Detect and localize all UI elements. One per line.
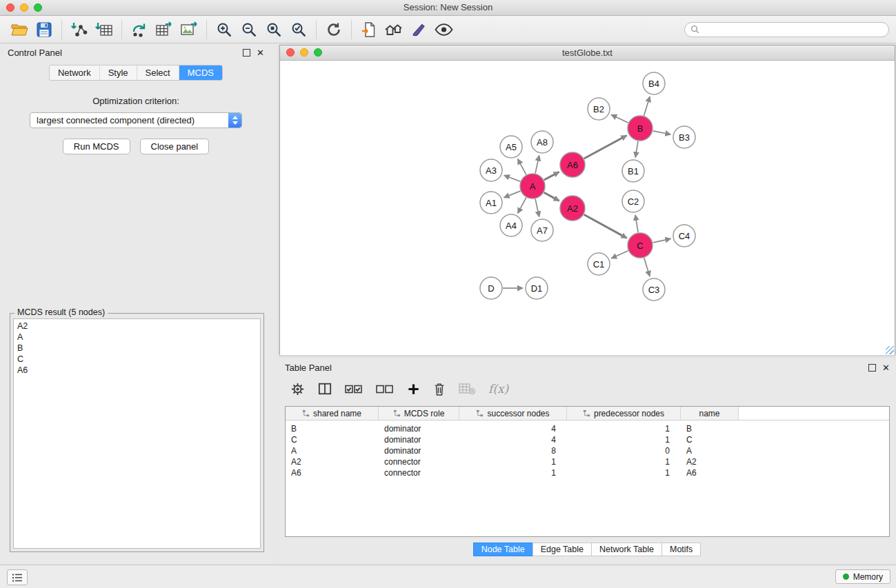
graph-node-B4[interactable]: B4 bbox=[643, 72, 665, 94]
table-cell[interactable]: 4 bbox=[459, 423, 567, 434]
graph-node-A7[interactable]: A7 bbox=[531, 219, 553, 241]
select-all-checkboxes-icon[interactable] bbox=[345, 383, 363, 395]
graph-node-A2[interactable]: A2 bbox=[560, 196, 585, 221]
mcds-result-list[interactable]: A2ABCA6 bbox=[13, 318, 261, 549]
zoom-in-icon[interactable] bbox=[212, 19, 237, 41]
export-network-icon[interactable] bbox=[127, 19, 152, 41]
resize-grip[interactable] bbox=[886, 346, 894, 354]
tab-edge-table[interactable]: Edge Table bbox=[532, 543, 592, 556]
tab-select[interactable]: Select bbox=[137, 65, 179, 80]
result-item[interactable]: C bbox=[14, 354, 260, 365]
table-cell[interactable]: B bbox=[286, 423, 379, 434]
table-cell[interactable]: A2 bbox=[681, 456, 739, 467]
open-folder-icon[interactable] bbox=[7, 19, 32, 41]
result-item[interactable]: B bbox=[14, 343, 260, 354]
show-hide-eye-icon[interactable] bbox=[431, 19, 456, 41]
table-cell[interactable]: 0 bbox=[567, 445, 681, 456]
save-session-icon[interactable] bbox=[32, 19, 57, 41]
zoom-selected-icon[interactable] bbox=[286, 19, 311, 41]
table-cell[interactable]: dominator bbox=[379, 423, 459, 434]
graph-edge[interactable] bbox=[535, 156, 539, 174]
graph-node-A4[interactable]: A4 bbox=[500, 214, 522, 236]
close-panel-button[interactable]: Close panel bbox=[140, 139, 210, 154]
graph-edge[interactable] bbox=[518, 159, 526, 175]
zoom-window-button[interactable] bbox=[34, 3, 42, 12]
table-cell[interactable]: C bbox=[286, 434, 379, 445]
search-input[interactable] bbox=[703, 24, 883, 35]
zoom-network-window-button[interactable] bbox=[314, 48, 322, 57]
graph-node-B3[interactable]: B3 bbox=[673, 126, 695, 148]
tab-style[interactable]: Style bbox=[100, 65, 137, 80]
graph-edge[interactable] bbox=[653, 131, 671, 134]
table-cell[interactable]: dominator bbox=[379, 434, 459, 445]
graph-edge[interactable] bbox=[635, 215, 638, 232]
column-header-successor-nodes[interactable]: successor nodes bbox=[459, 407, 567, 420]
criterion-dropdown[interactable]: largest connected component (directed) bbox=[30, 112, 242, 128]
result-item[interactable]: A bbox=[14, 332, 260, 343]
table-cell[interactable]: dominator bbox=[379, 445, 459, 456]
graph-node-C[interactable]: C bbox=[628, 233, 653, 258]
table-cell[interactable]: connector bbox=[379, 467, 459, 478]
graph-edge[interactable] bbox=[611, 251, 628, 258]
graph-edge[interactable] bbox=[644, 97, 650, 116]
table-row[interactable]: A6connector11A6 bbox=[286, 467, 889, 478]
graph-edge[interactable] bbox=[504, 175, 521, 181]
graph-node-C1[interactable]: C1 bbox=[588, 253, 610, 275]
settings-gear-icon[interactable] bbox=[290, 382, 305, 396]
deselect-all-checkboxes-icon[interactable] bbox=[376, 383, 394, 395]
graph-node-C2[interactable]: C2 bbox=[622, 190, 644, 212]
float-panel-icon[interactable] bbox=[243, 49, 250, 57]
table-row[interactable]: Adominator80A bbox=[286, 445, 889, 456]
graphics-details-icon[interactable] bbox=[357, 19, 381, 41]
graph-edge[interactable] bbox=[653, 239, 671, 243]
graph-node-D1[interactable]: D1 bbox=[526, 277, 548, 299]
close-network-window-button[interactable] bbox=[286, 48, 295, 57]
tab-node-table[interactable]: Node Table bbox=[473, 543, 533, 556]
home-views-icon[interactable] bbox=[381, 19, 406, 41]
minimize-network-window-button[interactable] bbox=[300, 48, 308, 57]
column-header-mcds-role[interactable]: MCDS role bbox=[379, 407, 459, 420]
table-cell[interactable]: 1 bbox=[459, 456, 567, 467]
table-row[interactable]: Bdominator41B bbox=[286, 423, 889, 434]
table-cell[interactable]: 1 bbox=[567, 434, 681, 445]
close-table-panel-icon[interactable]: ✕ bbox=[882, 365, 890, 372]
table-cell[interactable]: 1 bbox=[459, 467, 567, 478]
run-mcds-button[interactable]: Run MCDS bbox=[63, 139, 130, 154]
import-table-icon[interactable] bbox=[92, 19, 117, 41]
zoom-fit-icon[interactable] bbox=[261, 19, 286, 41]
export-table-icon[interactable] bbox=[152, 19, 177, 41]
column-selector-icon[interactable] bbox=[318, 382, 332, 396]
close-panel-icon[interactable]: ✕ bbox=[257, 50, 264, 57]
graph-edge[interactable] bbox=[544, 172, 559, 180]
graph-node-B[interactable]: B bbox=[628, 116, 653, 141]
table-cell[interactable]: C bbox=[681, 434, 739, 445]
table-cell[interactable]: A6 bbox=[681, 467, 739, 478]
import-network-icon[interactable] bbox=[67, 19, 92, 41]
table-cell[interactable]: A bbox=[286, 445, 379, 456]
graph-edge[interactable] bbox=[584, 136, 627, 159]
result-item[interactable]: A2 bbox=[14, 321, 260, 332]
graph-node-B1[interactable]: B1 bbox=[622, 160, 644, 182]
table-row[interactable]: Cdominator41C bbox=[286, 434, 889, 445]
memory-button[interactable]: Memory bbox=[835, 569, 890, 584]
table-row[interactable]: A2connector11A2 bbox=[286, 456, 889, 467]
delete-row-trash-icon[interactable] bbox=[433, 382, 446, 396]
network-view[interactable]: B4B2BB3A5A8A6A3B1AC2A1A2A4A7C4CC1C3DD1 bbox=[280, 61, 895, 355]
table-cell[interactable]: 1 bbox=[567, 423, 681, 434]
graph-edge[interactable] bbox=[644, 258, 650, 276]
graph-edge[interactable] bbox=[635, 141, 638, 158]
graph-node-A8[interactable]: A8 bbox=[531, 131, 553, 153]
tab-network[interactable]: Network bbox=[50, 65, 100, 80]
column-header-name[interactable]: name bbox=[681, 407, 739, 420]
graph-node-A6[interactable]: A6 bbox=[560, 152, 585, 177]
column-header-shared-name[interactable]: shared name bbox=[286, 407, 379, 420]
graph-edge[interactable] bbox=[504, 191, 521, 198]
graph-node-A[interactable]: A bbox=[520, 174, 545, 199]
task-history-button[interactable] bbox=[7, 569, 28, 585]
minimize-window-button[interactable] bbox=[20, 3, 28, 12]
table-cell[interactable]: A2 bbox=[286, 456, 379, 467]
graph-node-D[interactable]: D bbox=[480, 277, 502, 299]
graph-node-B2[interactable]: B2 bbox=[588, 98, 610, 120]
add-row-icon[interactable] bbox=[407, 383, 420, 396]
table-cell[interactable]: A6 bbox=[286, 467, 379, 478]
